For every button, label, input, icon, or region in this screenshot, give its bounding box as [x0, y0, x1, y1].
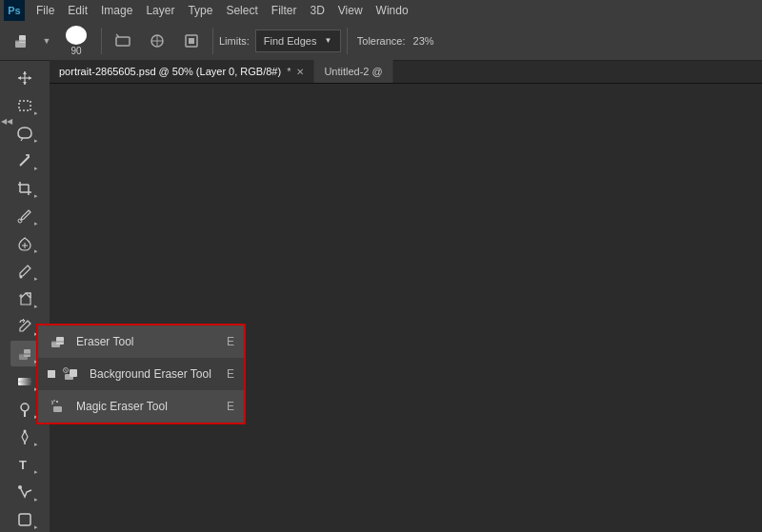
svg-point-38: [18, 485, 22, 489]
tool-lasso[interactable]: ▸: [10, 120, 39, 146]
canvas-area: [50, 84, 762, 532]
selected-indicator: [48, 370, 55, 378]
ps-logo: Ps: [4, 0, 25, 21]
tab-untitled[interactable]: Untitled-2 @: [314, 60, 392, 83]
shape-corner: ▸: [34, 523, 38, 531]
eraser-tool-label: Eraser Tool: [76, 335, 219, 348]
clone-corner: ▸: [34, 303, 38, 310]
tool-pen[interactable]: ▸: [10, 424, 39, 449]
tool-gradient[interactable]: ▸: [10, 368, 39, 394]
tool-history-brush[interactable]: ▸: [10, 313, 39, 339]
tab-untitled-label: Untitled-2 @: [324, 66, 382, 77]
toolbar: ▼ 90 Limits: Find Edges ▼ Tolerance: 23%: [0, 21, 762, 61]
toolbar-eraser-icon[interactable]: [6, 26, 36, 56]
toolbar-sep-2: [212, 28, 213, 54]
flyout-magic-eraser-tool[interactable]: Magic Eraser Tool E: [38, 390, 244, 423]
toolbar-sep-3: [347, 28, 348, 54]
menu-type[interactable]: Type: [182, 2, 218, 19]
eraser-tool-icon: [48, 331, 69, 352]
tool-move[interactable]: [10, 65, 39, 90]
menu-image[interactable]: Image: [95, 2, 138, 19]
magic-eraser-tool-label: Magic Eraser Tool: [76, 400, 219, 413]
limits-label: Limits:: [219, 35, 250, 47]
corner-indicator: ▸: [34, 109, 38, 117]
tool-dodge[interactable]: ▸: [10, 396, 39, 422]
heal-corner: ▸: [34, 247, 38, 255]
tool-brush[interactable]: ▸: [10, 258, 39, 284]
menu-select[interactable]: Select: [220, 2, 263, 19]
svg-line-46: [65, 369, 67, 372]
menu-edit[interactable]: Edit: [62, 2, 93, 19]
tabs-bar: portrait-2865605.psd @ 50% (Layer 0, RGB…: [50, 61, 762, 84]
toolbar-option-3[interactable]: [176, 26, 207, 56]
flyout-eraser-tool[interactable]: Eraser Tool E: [38, 325, 244, 358]
menu-window[interactable]: Windo: [371, 2, 414, 19]
tool-type[interactable]: T ▸: [10, 451, 39, 477]
svg-line-14: [20, 157, 29, 166]
svg-point-17: [28, 156, 30, 158]
svg-rect-41: [56, 337, 64, 345]
svg-point-22: [18, 219, 22, 223]
bg-eraser-tool-icon: [61, 364, 82, 384]
menu-bar: Ps File Edit Image Layer Type Select Fil…: [0, 0, 762, 21]
magic-eraser-tool-icon: [48, 396, 69, 417]
menu-file[interactable]: File: [30, 2, 60, 19]
main-area: ◀◀ ▸ ▸: [0, 61, 762, 532]
menu-view[interactable]: View: [332, 2, 369, 19]
brush-circle: [66, 26, 87, 45]
tab-modified-indicator: *: [287, 66, 291, 77]
menu-layer[interactable]: Layer: [140, 2, 180, 19]
svg-text:T: T: [19, 458, 27, 472]
tool-marquee[interactable]: ▸: [10, 92, 39, 118]
svg-line-48: [51, 401, 53, 403]
toolbar-sep-1: [101, 28, 102, 54]
tool-clone[interactable]: ▸: [10, 286, 39, 311]
menu-3d[interactable]: 3D: [304, 2, 330, 19]
menu-filter[interactable]: Filter: [266, 2, 303, 19]
type-corner: ▸: [34, 468, 38, 476]
bg-eraser-tool-label: Background Eraser Tool: [90, 367, 219, 381]
brush-corner: ▸: [34, 275, 38, 283]
toolbar-option-2[interactable]: [142, 26, 172, 56]
tool-wand[interactable]: ▸: [10, 148, 39, 173]
tab-portrait[interactable]: portrait-2865605.psd @ 50% (Layer 0, RGB…: [50, 60, 314, 83]
tool-heal[interactable]: ▸: [10, 230, 39, 256]
flyout-bg-eraser-tool[interactable]: Background Eraser Tool E: [38, 358, 244, 390]
path-corner: ▸: [34, 496, 38, 503]
collapse-arrow[interactable]: ◀◀: [0, 107, 13, 135]
svg-rect-39: [19, 514, 30, 525]
svg-rect-12: [19, 101, 30, 110]
tab-portrait-close[interactable]: ✕: [296, 67, 304, 77]
magic-eraser-shortcut: E: [227, 400, 234, 413]
toolbar-dropdown-arrow[interactable]: ▼: [40, 26, 53, 56]
svg-rect-3: [116, 37, 130, 46]
toolbar-option-1[interactable]: [108, 26, 138, 56]
svg-rect-47: [53, 406, 62, 412]
svg-rect-1: [19, 35, 26, 43]
lasso-corner: ▸: [34, 137, 38, 145]
toolbox: ◀◀ ▸ ▸: [0, 61, 50, 532]
tool-eraser[interactable]: ▸: [10, 341, 39, 366]
svg-rect-9: [189, 38, 194, 44]
flyout-menu: Eraser Tool E Background Eraser Tool E: [36, 324, 246, 424]
tool-crop[interactable]: ▸: [10, 175, 39, 201]
content-wrap: portrait-2865605.psd @ 50% (Layer 0, RGB…: [50, 61, 762, 532]
svg-point-25: [20, 275, 23, 278]
tool-shape[interactable]: ▸: [10, 506, 39, 532]
tool-eyedropper[interactable]: ▸: [10, 203, 39, 228]
tool-path-select[interactable]: ▸: [10, 479, 39, 504]
crop-corner: ▸: [34, 192, 38, 200]
limits-dropdown[interactable]: Find Edges ▼: [255, 30, 341, 52]
brush-indicator[interactable]: 90: [57, 26, 95, 56]
limits-value: Find Edges: [264, 35, 317, 47]
svg-point-33: [21, 404, 29, 411]
svg-point-35: [24, 429, 27, 432]
eyedropper-corner: ▸: [34, 220, 38, 227]
eraser-tool-shortcut: E: [227, 335, 234, 348]
bg-eraser-shortcut: E: [227, 367, 234, 381]
svg-rect-29: [24, 349, 30, 357]
tab-portrait-label: portrait-2865605.psd @ 50% (Layer 0, RGB…: [59, 66, 281, 77]
tolerance-label: Tolerance:: [357, 35, 406, 47]
tolerance-value: 23%: [413, 35, 434, 47]
svg-rect-44: [70, 369, 77, 377]
